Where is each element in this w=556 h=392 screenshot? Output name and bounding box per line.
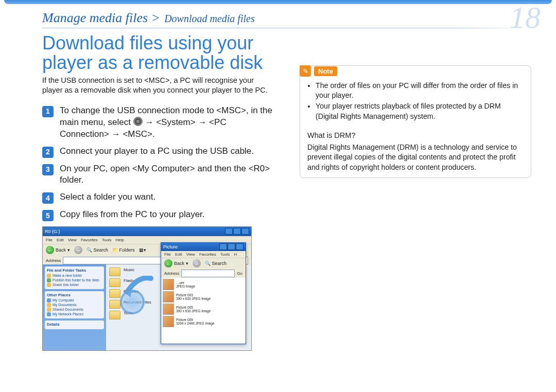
details-header: Details [47, 322, 102, 327]
places-header: Other Places [47, 293, 102, 297]
step-text: Select a folder you want. [60, 191, 155, 204]
page-title: Download files using your player as a re… [42, 33, 274, 73]
step-number: 2 [42, 147, 54, 158]
step-4: 4 Select a folder you want. [42, 191, 274, 204]
page-number: 18 [510, 0, 541, 35]
step-number: 5 [42, 210, 54, 221]
drm-answer: Digital Rights Management (DRM) is a tec… [307, 142, 524, 172]
go-button: Go [237, 271, 242, 276]
thumbnail-icon [163, 304, 174, 315]
explorer-screenshot: R0 (G:) File Edit View Favorites Tools H… [42, 226, 252, 351]
drm-question: What is DRM? [307, 131, 524, 141]
intro-text: If the USB connection is set to <MSC>, a… [42, 76, 274, 96]
note-icon: ✎ [300, 65, 311, 77]
note-bullet: Your player restricts playback of files … [316, 101, 524, 121]
address-label: Address [46, 258, 61, 263]
step-5: 5 Copy files from the PC to your player. [42, 209, 274, 221]
forward-button: → [74, 246, 82, 254]
note-bullet: The order of files on your PC will diffe… [316, 81, 524, 100]
breadcrumb-level2: Download media files [164, 13, 255, 25]
window-buttons [224, 228, 249, 236]
side-panel: File and Folder Tasks Make a new folder … [43, 264, 106, 350]
step-text: On your PC, open <My Computer> and then … [60, 163, 274, 187]
menu-item: Help [115, 238, 124, 242]
top-accent-bar [4, 0, 552, 4]
window-title: R0 (G:) [45, 229, 60, 234]
step-1: 1 To change the USB connection mode to <… [42, 105, 274, 140]
titlebar: R0 (G:) [43, 227, 251, 236]
thumbnail-icon [163, 316, 174, 327]
window-picture: Picture FileEditViewFavoritesToolsH ←Bac… [161, 242, 246, 344]
right-column: ✎ Note The order of files on your PC wil… [300, 33, 531, 351]
views-button: ▦▾ [139, 247, 146, 253]
picture-list: …ureJPEG Image Picture 003390 x 630 JPEG… [161, 277, 246, 344]
breadcrumb-level1: Manage media files > [42, 10, 160, 26]
step-2: 2 Connect your player to a PC using the … [42, 146, 274, 158]
step-number: 4 [42, 192, 54, 204]
menu-item: File [46, 238, 53, 242]
menu-item: Tools [102, 238, 112, 242]
back-button: ←Back ▾ [46, 246, 70, 254]
folder-icon [109, 311, 120, 319]
page: 18 Manage media files > Download media f… [0, 0, 556, 392]
step-text: Copy files from the PC to your player. [60, 209, 205, 221]
folders-button: 📁 Folders [112, 247, 135, 253]
menu-item: Edit [57, 238, 64, 242]
gear-icon [133, 117, 143, 126]
menu-item: View [68, 238, 77, 242]
left-column: Download files using your player as a re… [42, 33, 274, 351]
tasks-header: File and Folder Tasks [47, 268, 102, 273]
search-button: 🔍 Search [86, 247, 108, 253]
menu-item: Favorites [81, 238, 98, 242]
folder-icon [109, 268, 120, 276]
step-3: 3 On your PC, open <My Computer> and the… [42, 163, 274, 187]
step-number: 1 [42, 106, 54, 117]
step-number: 3 [42, 164, 54, 175]
window-buttons [219, 243, 244, 251]
step-text: To change the USB connection mode to <MS… [60, 105, 274, 140]
step-text: Connect your player to a PC using the US… [60, 146, 254, 158]
note-callout: ✎ Note The order of files on your PC wil… [300, 65, 531, 178]
folder-icon [109, 289, 120, 298]
window-title: Picture [163, 244, 178, 250]
folder-icon [109, 300, 120, 309]
thumbnail-icon [163, 279, 174, 290]
thumbnail-icon [163, 291, 174, 302]
breadcrumb: Manage media files > Download media file… [0, 4, 556, 26]
folder-icon [109, 278, 120, 287]
note-label: Note [314, 66, 337, 76]
steps-list: 1 To change the USB connection mode to <… [42, 105, 274, 222]
note-bullets: The order of files on your PC will diffe… [307, 81, 524, 121]
